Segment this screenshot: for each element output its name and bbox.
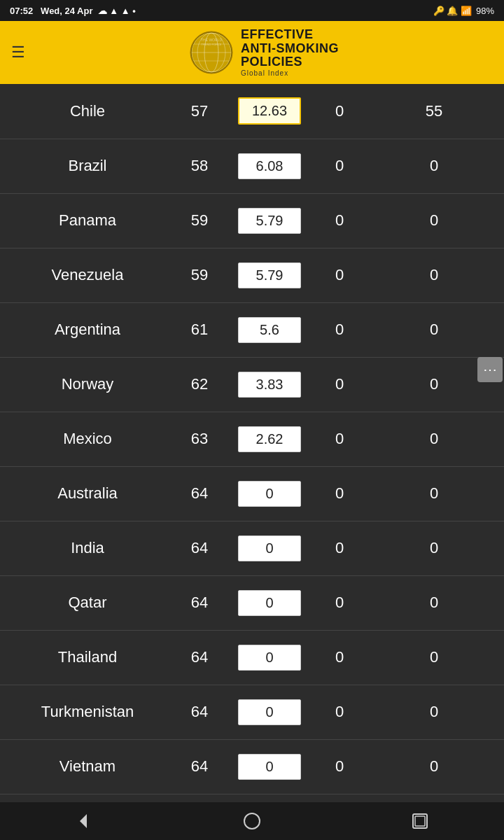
svg-rect-13	[415, 816, 425, 826]
score-cell: 2.62	[224, 412, 315, 466]
score-cell: 0	[224, 630, 315, 685]
score-value: 5.79	[238, 208, 301, 234]
score-value: 3.83	[238, 372, 301, 398]
score-value: 0	[238, 645, 301, 671]
extra2-cell: 0	[364, 302, 504, 357]
score-cell: 5.79	[224, 193, 315, 248]
score-value: 0	[238, 536, 301, 561]
logo-container: THE WORLD TREND FORCE EFFECTIVEANTI-SMOK…	[35, 28, 493, 77]
score-value: 5.79	[238, 262, 301, 288]
country-cell: Venezuela	[0, 248, 175, 302]
rank-cell: 61	[175, 302, 224, 357]
country-cell: Mexico	[0, 412, 175, 466]
extra2-cell: 0	[364, 575, 504, 630]
table-row: Panama 59 5.79 0 0	[0, 193, 504, 248]
country-cell: Panama	[0, 193, 175, 248]
extra1-cell: 0	[315, 248, 364, 302]
score-cell: 0	[224, 521, 315, 575]
score-value: 2.62	[238, 426, 301, 452]
rank-cell: 64	[175, 521, 224, 575]
score-value: 5.6	[238, 317, 301, 343]
rank-cell: 64	[175, 739, 224, 794]
score-cell: 12.63	[224, 84, 315, 139]
score-value: 0	[238, 699, 301, 725]
back-button[interactable]	[56, 802, 112, 840]
score-cell: 0	[224, 685, 315, 739]
app-title: EFFECTIVEANTI-SMOKINGPOLICIES	[241, 28, 339, 69]
table-row: Mexico 63 2.62 0 0	[0, 412, 504, 466]
extra2-cell: 0	[364, 248, 504, 302]
app-header: ☰ THE WORLD TREND FORCE EFFECTIVEANTI-SM…	[0, 21, 504, 84]
rank-cell: 63	[175, 412, 224, 466]
hamburger-menu[interactable]: ☰	[11, 43, 25, 62]
status-time-date: 07:52 Wed, 24 Apr ☁ ▲ ▲ •	[10, 6, 136, 16]
score-value: 0	[238, 590, 301, 616]
table-row: Argentina 61 5.6 0 0	[0, 302, 504, 357]
table-row: Australia 64 0 0 0	[0, 466, 504, 521]
table-row: Turkmenistan 64 0 0 0	[0, 685, 504, 739]
score-cell: 0	[224, 739, 315, 794]
score-cell: 0	[224, 466, 315, 521]
score-cell: 3.83	[224, 357, 315, 412]
navigation-bar	[0, 802, 504, 840]
status-bar: 07:52 Wed, 24 Apr ☁ ▲ ▲ • 🔑 🔔 📶 98%	[0, 0, 504, 21]
country-cell: Australia	[0, 466, 175, 521]
extra2-cell: 0	[364, 193, 504, 248]
data-table-wrapper: Chile 57 12.63 0 55 Brazil 58 6.08 0 0 P…	[0, 84, 504, 794]
table-row: Thailand 64 0 0 0	[0, 630, 504, 685]
score-cell: 6.08	[224, 139, 315, 193]
recent-apps-button[interactable]	[392, 802, 448, 840]
extra1-cell: 0	[315, 630, 364, 685]
score-value: 0	[238, 481, 301, 507]
logo-text: EFFECTIVEANTI-SMOKINGPOLICIES Global Ind…	[241, 28, 339, 77]
svg-text:THE WORLD: THE WORLD	[201, 38, 222, 42]
country-cell: Vietnam	[0, 739, 175, 794]
country-cell: Argentina	[0, 302, 175, 357]
extra2-cell: 0	[364, 739, 504, 794]
rank-cell: 59	[175, 248, 224, 302]
status-icons: 🔑 🔔 📶 98%	[433, 6, 494, 16]
home-button[interactable]	[224, 802, 280, 840]
extra2-cell: 0	[364, 139, 504, 193]
country-cell: Norway	[0, 357, 175, 412]
rank-cell: 58	[175, 139, 224, 193]
table-row: Venezuela 59 5.79 0 0	[0, 248, 504, 302]
status-time: 07:52	[10, 6, 33, 16]
extra2-cell: 0	[364, 412, 504, 466]
logo-icon: THE WORLD TREND FORCE	[189, 30, 234, 75]
extra1-cell: 0	[315, 685, 364, 739]
table-row: Brazil 58 6.08 0 0	[0, 139, 504, 193]
country-cell: India	[0, 521, 175, 575]
rankings-table: Chile 57 12.63 0 55 Brazil 58 6.08 0 0 P…	[0, 84, 504, 794]
score-cell: 5.79	[224, 248, 315, 302]
extra2-cell: 0	[364, 466, 504, 521]
country-cell: Chile	[0, 84, 175, 139]
app-subtitle: Global Index	[241, 69, 339, 77]
rank-cell: 59	[175, 193, 224, 248]
extra1-cell: 0	[315, 193, 364, 248]
score-cell: 0	[224, 575, 315, 630]
table-row: Qatar 64 0 0 0	[0, 575, 504, 630]
table-row: Chile 57 12.63 0 55	[0, 84, 504, 139]
status-date: Wed, 24 Apr	[41, 6, 92, 16]
score-value: 12.63	[238, 97, 301, 125]
table-row: India 64 0 0 0	[0, 521, 504, 575]
extra2-cell: 0	[364, 630, 504, 685]
overflow-menu-button[interactable]: ⋯	[477, 357, 503, 382]
score-value: 6.08	[238, 153, 301, 179]
extra2-cell: 55	[364, 84, 504, 139]
extra1-cell: 0	[315, 575, 364, 630]
rank-cell: 64	[175, 466, 224, 521]
extra1-cell: 0	[315, 139, 364, 193]
extra1-cell: 0	[315, 739, 364, 794]
rank-cell: 62	[175, 357, 224, 412]
extra1-cell: 0	[315, 357, 364, 412]
extra1-cell: 0	[315, 84, 364, 139]
extra1-cell: 0	[315, 412, 364, 466]
status-battery: 98%	[476, 6, 494, 16]
rank-cell: 57	[175, 84, 224, 139]
country-cell: Thailand	[0, 630, 175, 685]
svg-point-11	[244, 813, 260, 829]
score-value: 0	[238, 754, 301, 780]
table-row: Norway 62 3.83 0 0	[0, 357, 504, 412]
